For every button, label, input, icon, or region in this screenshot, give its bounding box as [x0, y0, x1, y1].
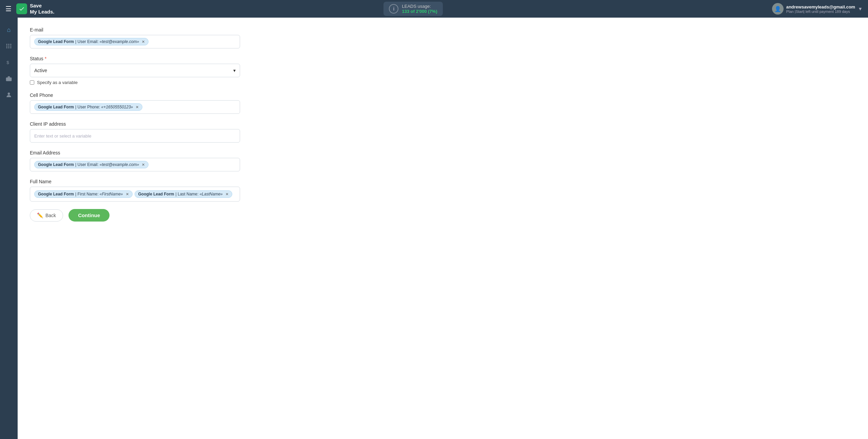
pencil-icon: ✏️ [37, 212, 43, 218]
cell-phone-token[interactable]: Google Lead Form | User Phone: «+1650555… [34, 103, 142, 111]
cell-phone-input[interactable]: Google Lead Form | User Phone: «+1650555… [30, 100, 240, 114]
email-address-token[interactable]: Google Lead Form | User Email: «test@exa… [34, 161, 149, 168]
full-name-token1-remove[interactable]: ✕ [126, 192, 129, 196]
client-ip-input[interactable]: Enter text or select a variable [30, 129, 240, 143]
svg-point-11 [8, 92, 10, 95]
leads-usage-widget: i LEADS usage: 133 of 2'000 (7%) [383, 2, 442, 16]
specify-variable-checkbox[interactable] [30, 80, 34, 85]
topnav-right: 👤 andrewsavemyleads@gmail.com Plan |Star… [772, 3, 863, 15]
status-select[interactable]: Active ▾ [30, 64, 240, 77]
status-label: Status * [30, 56, 856, 61]
email-token-remove[interactable]: ✕ [142, 40, 145, 44]
full-name-token2-remove[interactable]: ✕ [225, 192, 229, 196]
svg-point-0 [6, 44, 7, 45]
svg-point-6 [6, 47, 7, 48]
svg-point-3 [6, 45, 7, 46]
user-email: andrewsavemyleads@gmail.com [786, 4, 855, 9]
info-icon: i [389, 4, 398, 14]
hamburger-icon[interactable]: ☰ [5, 5, 12, 13]
email-token[interactable]: Google Lead Form | User Email: «test@exa… [34, 38, 149, 45]
specify-variable-label[interactable]: Specify as a variable [37, 80, 78, 85]
sidebar-item-user[interactable] [2, 88, 16, 102]
cell-phone-field-group: Cell Phone Google Lead Form | User Phone… [30, 92, 856, 114]
email-address-token-remove[interactable]: ✕ [142, 163, 145, 167]
sidebar-item-billing[interactable]: $ [2, 56, 16, 69]
email-input[interactable]: Google Lead Form | User Email: «test@exa… [30, 35, 240, 48]
chevron-down-icon: ▼ [858, 6, 863, 12]
cell-phone-token-remove[interactable]: ✕ [136, 105, 139, 109]
logo-icon [16, 3, 27, 14]
button-row: ✏️ Back Continue [30, 209, 856, 222]
full-name-input[interactable]: Google Lead Form | First Name: «FirstNam… [30, 187, 240, 202]
full-name-token2-field: | Last Name: «LastName» [176, 192, 223, 196]
form-panel: E-mail Google Lead Form | User Email: «t… [18, 18, 868, 439]
user-details: andrewsavemyleads@gmail.com Plan |Start|… [786, 4, 855, 14]
main-content: E-mail Google Lead Form | User Email: «t… [18, 18, 868, 439]
full-name-token2[interactable]: Google Lead Form | Last Name: «LastName»… [135, 190, 232, 198]
full-name-field-group: Full Name Google Lead Form | First Name:… [30, 179, 856, 202]
sidebar: ⌂ $ [0, 18, 18, 439]
user-plan: Plan |Start| left until payment 189 days [786, 9, 855, 14]
top-navigation: ☰ Save My Leads. i LEADS usage: 133 of 2… [0, 0, 868, 18]
back-button[interactable]: ✏️ Back [30, 209, 63, 222]
sidebar-item-home[interactable]: ⌂ [2, 23, 16, 37]
user-avatar: 👤 [772, 3, 784, 15]
svg-rect-10 [6, 78, 12, 81]
cell-phone-token-field: | User Phone: «+16505550123» [75, 105, 133, 109]
client-ip-placeholder: Enter text or select a variable [34, 133, 91, 139]
main-layout: ⌂ $ E-mail Google Lead Form | User Email… [0, 18, 868, 439]
logo-text: Save My Leads. [30, 3, 55, 15]
client-ip-label: Client IP address [30, 121, 856, 127]
dropdown-chevron-icon: ▾ [233, 68, 236, 73]
svg-point-8 [10, 47, 11, 48]
email-label: E-mail [30, 27, 856, 33]
full-name-token1[interactable]: Google Lead Form | First Name: «FirstNam… [34, 190, 133, 198]
svg-point-5 [10, 45, 11, 46]
client-ip-field-group: Client IP address Enter text or select a… [30, 121, 856, 143]
specify-variable-row: Specify as a variable [30, 80, 856, 85]
sidebar-item-briefcase[interactable] [2, 72, 16, 85]
required-indicator: * [45, 56, 46, 61]
email-address-field-group: Email Address Google Lead Form | User Em… [30, 150, 856, 171]
email-address-input[interactable]: Google Lead Form | User Email: «test@exa… [30, 158, 240, 171]
email-address-label: Email Address [30, 150, 856, 155]
full-name-token1-field: | First Name: «FirstName» [75, 192, 123, 196]
email-token-field: | User Email: «test@example.com» [75, 39, 139, 44]
email-field-group: E-mail Google Lead Form | User Email: «t… [30, 27, 856, 48]
leads-usage-text: LEADS usage: 133 of 2'000 (7%) [402, 4, 437, 14]
svg-text:$: $ [6, 60, 9, 65]
user-info[interactable]: 👤 andrewsavemyleads@gmail.com Plan |Star… [772, 3, 863, 15]
svg-point-1 [8, 44, 9, 45]
full-name-label: Full Name [30, 179, 856, 184]
cell-phone-label: Cell Phone [30, 92, 856, 98]
logo: Save My Leads. [16, 3, 55, 15]
svg-point-4 [8, 45, 9, 46]
status-value: Active [34, 68, 47, 73]
svg-point-2 [10, 44, 11, 45]
status-field-group: Status * Active ▾ Specify as a variable [30, 56, 856, 85]
svg-point-7 [8, 47, 9, 48]
continue-button[interactable]: Continue [68, 209, 110, 222]
email-address-token-field: | User Email: «test@example.com» [75, 162, 139, 167]
sidebar-item-connections[interactable] [2, 39, 16, 53]
